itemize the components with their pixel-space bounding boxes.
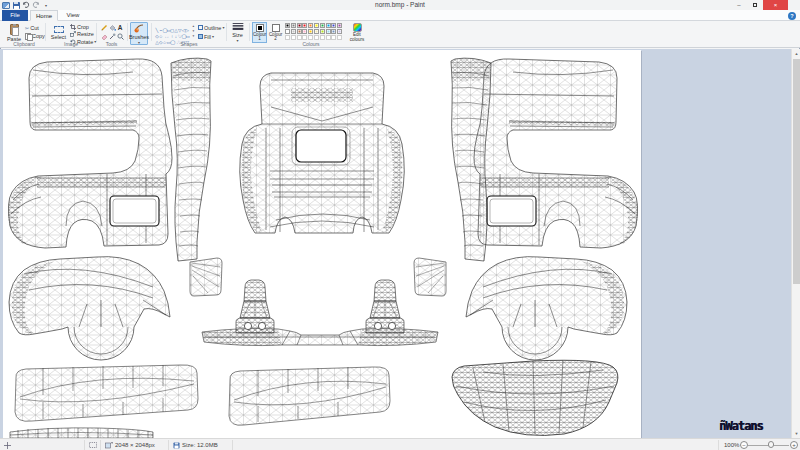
brushes-button[interactable]: Brushes ▾	[130, 22, 148, 45]
tab-view[interactable]: View	[60, 10, 86, 21]
group-divider	[226, 23, 227, 41]
palette-swatch-2-1[interactable]	[291, 35, 296, 40]
scroll-up-icon[interactable]: ▲	[792, 49, 800, 58]
palette-swatch-2-3[interactable]	[302, 35, 307, 40]
group-divider	[96, 23, 97, 41]
text-icon: A	[118, 24, 123, 31]
colours-group-label: Colours	[252, 41, 370, 47]
help-icon[interactable]: ?	[788, 12, 796, 20]
line-size-icon	[232, 23, 244, 31]
statusbar-separator	[84, 440, 85, 450]
image-size-icon	[105, 442, 113, 449]
colour1-button[interactable]: Colour 1	[252, 22, 267, 43]
tab-home[interactable]: Home	[30, 10, 58, 21]
titlebar[interactable]: ▾ norm.bmp - Paint – ×	[0, 0, 800, 10]
file-size-text: Size: 12.0MB	[182, 442, 218, 448]
resize-label: Resize	[77, 31, 94, 37]
magnifier-tool[interactable]	[116, 32, 124, 40]
palette-swatch-0-4[interactable]	[308, 23, 313, 28]
statusbar: 2048 × 2048px Size: 12.0MB 100% − +	[0, 438, 800, 450]
palette-swatch-0-9[interactable]	[337, 23, 342, 28]
palette-swatch-0-8[interactable]	[331, 23, 336, 28]
palette-swatch-1-8[interactable]	[331, 29, 336, 34]
paste-icon	[10, 24, 19, 35]
colour2-button[interactable]: Colour 2	[268, 22, 283, 43]
palette-swatch-1-1[interactable]	[291, 29, 296, 34]
file-size: Size: 12.0MB	[173, 439, 218, 450]
cut-label: Cut	[30, 25, 39, 31]
shapes-scroll[interactable]: ▴▾▾	[191, 24, 196, 39]
paint-canvas[interactable]	[3, 50, 641, 438]
copy-icon	[25, 33, 31, 39]
brushes-label: Brushes	[129, 34, 149, 40]
minimize-button[interactable]: –	[731, 0, 747, 10]
colour-palette	[285, 23, 343, 40]
cut-icon: ✂	[25, 25, 29, 31]
palette-swatch-1-3[interactable]	[302, 29, 307, 34]
palette-swatch-2-0[interactable]	[285, 35, 290, 40]
resize-button[interactable]: Resize	[70, 31, 94, 38]
group-divider	[127, 23, 128, 41]
palette-swatch-0-6[interactable]	[320, 23, 325, 28]
palette-swatch-2-4[interactable]	[308, 35, 313, 40]
palette-swatch-2-7[interactable]	[326, 35, 331, 40]
close-button[interactable]: ×	[763, 0, 788, 10]
text-tool[interactable]: A	[116, 23, 124, 31]
select-label: Select	[51, 34, 66, 40]
statusbar-separator	[168, 440, 169, 450]
palette-swatch-2-9[interactable]	[337, 35, 342, 40]
zoom-level: 100%	[724, 439, 739, 450]
paint-window: ▾ norm.bmp - Paint – × File Home View ? …	[0, 0, 800, 450]
palette-swatch-2-2[interactable]	[297, 35, 302, 40]
pencil-tool[interactable]	[100, 23, 108, 31]
workspace: ▲ ▼	[0, 49, 800, 438]
palette-swatch-1-2[interactable]	[297, 29, 302, 34]
maximize-button[interactable]	[747, 0, 763, 10]
palette-swatch-1-5[interactable]	[314, 29, 319, 34]
copy-button[interactable]: Copy	[25, 32, 45, 39]
zoom-slider-thumb[interactable]	[768, 441, 774, 448]
ribbon-tabs: File Home View ?	[0, 10, 800, 21]
selection-size-indicator	[89, 439, 97, 450]
group-divider	[45, 23, 46, 41]
palette-swatch-1-6[interactable]	[320, 29, 325, 34]
size-button[interactable]: Size ▾	[229, 22, 246, 43]
zoom-out-button[interactable]: −	[740, 441, 748, 449]
image-dimensions-text: 2048 × 2048px	[115, 442, 155, 448]
palette-swatch-1-9[interactable]	[337, 29, 342, 34]
palette-swatch-2-6[interactable]	[320, 35, 325, 40]
fill-tool[interactable]	[108, 23, 116, 31]
palette-swatch-0-1[interactable]	[291, 23, 296, 28]
fill-label: Fill	[204, 34, 211, 40]
cursor-position-indicator	[4, 439, 11, 450]
scroll-down-icon[interactable]: ▼	[792, 429, 800, 438]
vertical-scrollbar[interactable]: ▲ ▼	[791, 49, 800, 438]
tab-file[interactable]: File	[2, 10, 28, 21]
select-button[interactable]: Select	[49, 22, 68, 43]
color-picker-tool[interactable]	[108, 32, 116, 40]
cut-button[interactable]: ✂ Cut	[25, 24, 39, 31]
palette-swatch-1-7[interactable]	[326, 29, 331, 34]
paste-button[interactable]: Paste	[5, 22, 23, 43]
edit-colours-icon	[353, 23, 362, 32]
crop-button[interactable]: Crop	[70, 23, 89, 30]
palette-swatch-0-3[interactable]	[302, 23, 307, 28]
palette-swatch-2-8[interactable]	[331, 35, 336, 40]
palette-swatch-1-0[interactable]	[285, 29, 290, 34]
palette-swatch-2-5[interactable]	[314, 35, 319, 40]
zoom-level-text: 100%	[724, 442, 739, 448]
shape-fill-button[interactable]: Fill ▾	[198, 33, 214, 40]
palette-swatch-0-2[interactable]	[297, 23, 302, 28]
palette-swatch-0-0[interactable]	[285, 23, 290, 28]
palette-swatch-0-7[interactable]	[326, 23, 331, 28]
palette-swatch-0-5[interactable]	[314, 23, 319, 28]
scrollbar-thumb[interactable]	[793, 59, 800, 284]
colour2-swatch	[272, 24, 280, 32]
eraser-tool[interactable]	[100, 32, 108, 40]
shape-outline-button[interactable]: Outline ▾	[198, 24, 224, 31]
palette-swatch-1-4[interactable]	[308, 29, 313, 34]
zoom-in-button[interactable]: +	[790, 441, 798, 449]
crop-label: Crop	[77, 24, 89, 30]
collapse-ribbon-icon[interactable]	[777, 13, 785, 19]
edit-colours-button[interactable]: Edit colours	[346, 22, 368, 43]
